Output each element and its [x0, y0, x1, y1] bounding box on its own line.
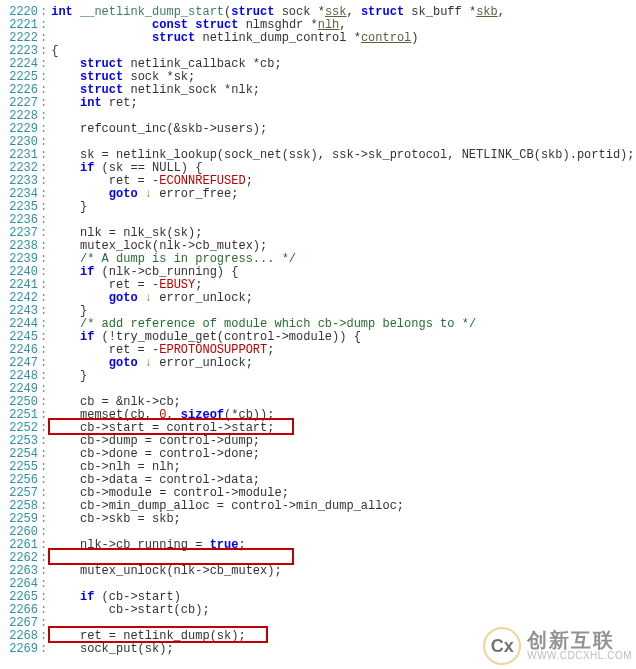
- token-txt: (*cb));: [224, 408, 274, 422]
- token-kw: struct: [80, 70, 123, 84]
- token-txt: ,: [347, 5, 361, 19]
- token-txt: cb->skb = skb;: [51, 512, 181, 526]
- token-kw: int: [80, 96, 102, 110]
- code-content: mutex_unlock(nlk->cb_mutex);: [51, 565, 636, 578]
- code-viewer: 2220:int __netlink_dump_start(struct soc…: [0, 0, 636, 656]
- token-txt: [51, 18, 152, 32]
- token-kw: struct: [152, 31, 195, 45]
- code-line: 2234: goto ↓ error_free;: [0, 188, 636, 201]
- token-kw: int: [51, 5, 73, 19]
- token-txt: cb->min_dump_alloc = control->min_dump_a…: [51, 499, 404, 513]
- code-content: goto ↓ error_unlock;: [51, 357, 636, 370]
- code-content: struct netlink_dump_control *control): [51, 32, 636, 45]
- token-txt: cb->module = control->module;: [51, 486, 289, 500]
- token-kw: if: [80, 265, 94, 279]
- code-line: 2222: struct netlink_dump_control *contr…: [0, 32, 636, 45]
- token-kw: if: [80, 590, 94, 604]
- token-txt: ;: [238, 538, 245, 552]
- token-kw: struct: [231, 5, 274, 19]
- token-txt: {: [51, 44, 58, 58]
- token-arrow: ↓: [145, 291, 152, 305]
- token-txt: [51, 330, 80, 344]
- token-txt: [138, 187, 145, 201]
- token-arrow: ↓: [145, 356, 152, 370]
- code-line: 2229: refcount_inc(&skb->users);: [0, 123, 636, 136]
- token-kw: if: [80, 161, 94, 175]
- token-com: /* add reference of module which cb->dum…: [80, 317, 476, 331]
- token-kw: struct: [80, 83, 123, 97]
- code-content: nlk->cb_running = true;: [51, 539, 636, 552]
- token-txt: sk_buff *: [404, 5, 476, 19]
- token-txt: [51, 96, 80, 110]
- token-txt: [51, 252, 80, 266]
- code-line: 2235: }: [0, 201, 636, 214]
- token-txt: (nlk->cb_running) {: [94, 265, 238, 279]
- token-kw: struct: [195, 18, 238, 32]
- code-line: 2266: cb->start(cb);: [0, 604, 636, 617]
- token-arg: nlh: [318, 18, 340, 32]
- watermark-url: WWW.CDCXHL.COM: [527, 651, 632, 662]
- token-kw: struct: [80, 57, 123, 71]
- token-txt: (!try_module_get(control->module)) {: [94, 330, 360, 344]
- token-txt: ret = -: [51, 343, 159, 357]
- token-txt: ,: [498, 5, 505, 19]
- code-line: 2261: nlk->cb_running = true;: [0, 539, 636, 552]
- token-txt: nlk->cb_running =: [51, 538, 209, 552]
- code-content: goto ↓ error_unlock;: [51, 292, 636, 305]
- token-txt: [51, 31, 152, 45]
- token-txt: nlmsghdr *: [238, 18, 317, 32]
- token-kw: struct: [361, 5, 404, 19]
- token-kw: const: [152, 18, 188, 32]
- token-txt: netlink_callback *cb;: [123, 57, 281, 71]
- token-err: EBUSY: [159, 278, 195, 292]
- token-txt: error_unlock;: [152, 356, 253, 370]
- code-content: int ret;: [51, 97, 636, 110]
- token-txt: [51, 291, 109, 305]
- code-content: goto ↓ error_free;: [51, 188, 636, 201]
- token-txt: cb->done = control->done;: [51, 447, 260, 461]
- token-kw: if: [80, 330, 94, 344]
- token-txt: (sk == NULL) {: [94, 161, 202, 175]
- token-com: /* A dump is in progress... */: [80, 252, 296, 266]
- token-kw: goto: [109, 356, 138, 370]
- watermark-name: 创新互联: [527, 630, 632, 651]
- code-content: }: [51, 370, 636, 383]
- token-txt: [138, 291, 145, 305]
- token-txt: cb->nlh = nlh;: [51, 460, 181, 474]
- token-txt: ret = -: [51, 278, 159, 292]
- token-txt: netlink_dump_control *: [195, 31, 361, 45]
- token-txt: memset(cb,: [51, 408, 159, 422]
- code-line: 2248: }: [0, 370, 636, 383]
- token-txt: sk = netlink_lookup(sock_net(ssk), ssk->…: [51, 148, 634, 162]
- code-line: 2242: goto ↓ error_unlock;: [0, 292, 636, 305]
- token-txt: cb->start = control->start;: [51, 421, 274, 435]
- token-txt: }: [51, 369, 87, 383]
- token-txt: ret;: [102, 96, 138, 110]
- token-kw: true: [210, 538, 239, 552]
- token-txt: mutex_unlock(nlk->cb_mutex);: [51, 564, 281, 578]
- token-txt: sock *sk;: [123, 70, 195, 84]
- token-txt: sock_put(sk);: [51, 642, 173, 656]
- token-txt: nlk = nlk_sk(sk);: [51, 226, 202, 240]
- token-txt: [51, 187, 109, 201]
- token-txt: cb->data = control->data;: [51, 473, 260, 487]
- code-line: 2259: cb->skb = skb;: [0, 513, 636, 526]
- code-content: cb->skb = skb;: [51, 513, 636, 526]
- line-colon: :: [40, 643, 51, 656]
- token-txt: ;: [195, 278, 202, 292]
- code-line: 2263: mutex_unlock(nlk->cb_mutex);: [0, 565, 636, 578]
- token-txt: error_unlock;: [152, 291, 253, 305]
- line-number: 2269: [0, 643, 40, 656]
- token-txt: [138, 356, 145, 370]
- token-txt: ,: [166, 408, 180, 422]
- watermark-logo-icon: Cx: [483, 627, 521, 665]
- token-txt: [51, 356, 109, 370]
- token-txt: ret = -: [51, 174, 159, 188]
- token-txt: ret = netlink_dump(sk);: [51, 629, 245, 643]
- token-arg: ssk: [325, 5, 347, 19]
- token-txt: netlink_sock *nlk;: [123, 83, 260, 97]
- code-line: 2227: int ret;: [0, 97, 636, 110]
- token-txt: [51, 265, 80, 279]
- token-txt: [73, 5, 80, 19]
- token-txt: error_free;: [152, 187, 238, 201]
